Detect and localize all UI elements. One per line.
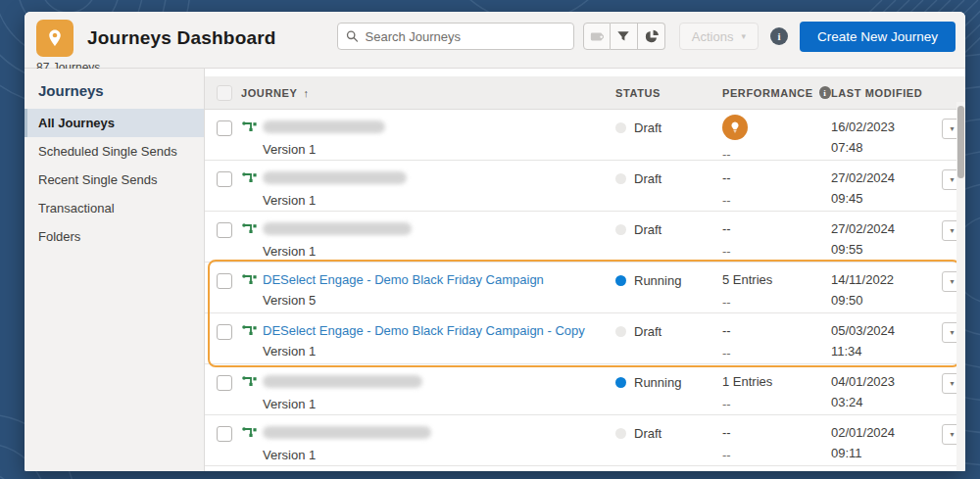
row-checkbox[interactable]: [217, 426, 232, 442]
sidebar-item-folders[interactable]: Folders: [24, 222, 204, 251]
tag-icon: [589, 29, 604, 44]
last-modified-time: 11:34: [831, 343, 939, 359]
last-modified-time: 09:45: [831, 190, 939, 207]
sidebar: Journeys All Journeys Scheduled Single S…: [24, 69, 205, 471]
list-toolbar-button-group: [583, 23, 665, 50]
row-checkbox[interactable]: [217, 222, 232, 238]
sidebar-item-recent-single-sends[interactable]: Recent Single Sends: [24, 166, 204, 194]
last-modified-date: 05/03/2024: [831, 322, 939, 339]
caret-down-icon: ▾: [950, 431, 954, 439]
redacted-journey-name: [263, 375, 422, 388]
journey-icon: [241, 425, 263, 445]
table-header-row: JOURNEY ↑ STATUS PERFORMANCE i LAST MODI…: [205, 76, 965, 110]
info-icon[interactable]: i: [770, 27, 788, 45]
actions-label: Actions: [692, 29, 734, 44]
row-checkbox[interactable]: [217, 120, 232, 136]
sort-ascending-icon: ↑: [303, 87, 309, 99]
last-modified-date: 27/02/2024: [831, 169, 939, 186]
table-scrollbar-thumb[interactable]: [957, 106, 964, 178]
status-dot: [615, 326, 626, 337]
journey-version: Version 1: [263, 192, 615, 209]
performance-secondary: --: [722, 192, 831, 209]
caret-down-icon: ▾: [741, 31, 746, 41]
row-checkbox[interactable]: [217, 324, 232, 340]
table-row: Version 1 Draft -- -- 02/01/2024 09:11 ▾: [205, 415, 965, 466]
filter-button[interactable]: [611, 23, 638, 50]
row-checkbox[interactable]: [217, 273, 232, 289]
chart-button[interactable]: [638, 23, 665, 50]
select-all-checkbox[interactable]: [217, 85, 232, 101]
search-icon: [346, 29, 359, 43]
caret-down-icon: ▾: [950, 227, 954, 235]
journey-version: Version 1: [263, 141, 615, 158]
journey-icon: [241, 374, 263, 394]
sidebar-item-all-journeys[interactable]: All Journeys: [24, 109, 204, 137]
status-dot: [615, 377, 626, 388]
performance-primary: --: [722, 322, 831, 339]
last-modified-date: 14/11/2022: [831, 271, 939, 288]
redacted-journey-name: [263, 222, 412, 235]
performance-primary: --: [722, 169, 831, 186]
row-checkbox[interactable]: [217, 171, 232, 187]
status-dot: [615, 275, 626, 286]
performance-primary: --: [722, 220, 831, 237]
row-checkbox[interactable]: [217, 375, 232, 391]
create-new-journey-button[interactable]: Create New Journey: [800, 22, 956, 52]
redacted-journey-name: [263, 171, 407, 184]
window-body: Journeys All Journeys Scheduled Single S…: [24, 69, 965, 471]
journeys-table: JOURNEY ↑ STATUS PERFORMANCE i LAST MODI…: [205, 69, 965, 471]
caret-down-icon: ▾: [950, 176, 954, 184]
status-dot: [615, 428, 626, 439]
column-header-journey[interactable]: JOURNEY ↑: [241, 87, 615, 99]
performance-secondary: --: [722, 447, 831, 463]
journey-version: Version 1: [263, 243, 615, 260]
performance-info-icon[interactable]: i: [819, 86, 831, 99]
status-label: Draft: [634, 120, 662, 136]
status-dot: [615, 224, 626, 235]
sidebar-item-scheduled-single-sends[interactable]: Scheduled Single Sends: [24, 137, 204, 166]
tags-button[interactable]: [583, 23, 611, 50]
performance-secondary: --: [722, 396, 831, 412]
page-title: Journeys Dashboard: [87, 27, 276, 49]
journey-version: Version 1: [263, 343, 615, 359]
partial-next-row: [205, 466, 965, 471]
table-row: Version 1 Draft -- -- 27/02/2024 09:45 ▾: [205, 161, 965, 212]
search-input[interactable]: [366, 29, 565, 44]
filter-icon: [616, 29, 630, 43]
journey-icon: [241, 323, 263, 343]
journey-version: Version 1: [263, 396, 615, 412]
last-modified-time: 03:24: [831, 394, 939, 410]
column-header-status[interactable]: STATUS: [615, 87, 722, 99]
last-modified-time: 09:55: [831, 241, 939, 258]
table-row: Version 1 Draft -- 16/02/2023 07:48 ▾: [205, 110, 965, 161]
status-label: Draft: [634, 323, 662, 340]
column-header-performance[interactable]: PERFORMANCE i: [722, 86, 831, 99]
sidebar-heading: Journeys: [24, 69, 204, 109]
performance-secondary: --: [722, 146, 831, 163]
status-label: Draft: [634, 221, 662, 238]
caret-down-icon: ▾: [950, 278, 954, 286]
last-modified-date: 02/01/2024: [831, 424, 939, 441]
journey-version: Version 5: [263, 292, 615, 309]
actions-dropdown-button[interactable]: Actions ▾: [679, 23, 759, 50]
journeys-dashboard-window: Journeys Dashboard 87 Journeys: [24, 12, 965, 471]
pie-chart-icon: [644, 29, 659, 44]
insight-lightbulb-icon[interactable]: [722, 115, 748, 140]
header-left: Journeys Dashboard 87 Journeys: [36, 20, 276, 74]
table-row-highlighted: DESelect Engage - Demo Black Friday Camp…: [205, 313, 965, 364]
journey-name-link[interactable]: DESelect Engage - Demo Black Friday Camp…: [263, 272, 544, 287]
status-label: Draft: [634, 425, 662, 442]
sidebar-item-transactional[interactable]: Transactional: [24, 194, 204, 222]
status-label: Running: [634, 272, 681, 289]
table-row-highlighted: DESelect Engage - Demo Black Friday Camp…: [205, 263, 965, 313]
top-header-bar: Journeys Dashboard 87 Journeys: [24, 12, 965, 69]
journey-name-link[interactable]: DESelect Engage - Demo Black Friday Camp…: [263, 323, 585, 338]
search-box[interactable]: [337, 23, 574, 50]
last-modified-date: 16/02/2023: [831, 119, 939, 135]
performance-secondary: --: [722, 345, 831, 361]
caret-down-icon: ▾: [950, 380, 954, 388]
journey-icon: [241, 120, 263, 139]
journeys-app-icon: [36, 20, 74, 57]
journey-icon: [241, 221, 263, 241]
column-header-last-modified[interactable]: LAST MODIFIED: [831, 87, 939, 99]
